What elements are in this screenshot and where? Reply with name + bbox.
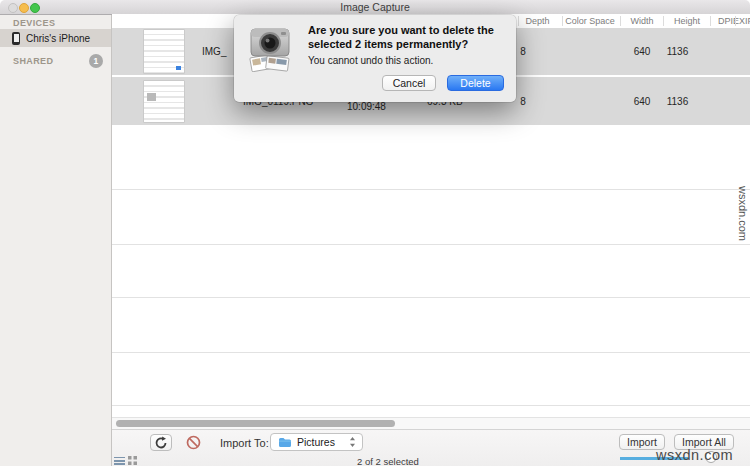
destination-popup[interactable]: Pictures [270, 433, 363, 451]
scrollbar-thumb[interactable] [116, 420, 395, 427]
cell-width: 640 [627, 77, 657, 125]
row-separator [112, 352, 750, 353]
image-capture-window: Image Capture DEVICES Chris's iPhone SHA… [0, 0, 750, 466]
column-divider [663, 16, 664, 26]
grid-view-icon[interactable] [128, 456, 137, 465]
column-header-depth[interactable]: Depth [512, 16, 563, 26]
watermark-text: wsxdn.com [656, 447, 733, 463]
bottom-toolbar: Import To: Pictures Import Import All 2 … [112, 429, 750, 466]
image-capture-camera-icon [248, 26, 292, 72]
column-divider [735, 16, 736, 26]
dialog-body-text: You cannot undo this action. [308, 55, 433, 66]
popup-chevrons-icon [349, 436, 356, 448]
cell-depth: 8 [515, 77, 531, 125]
delete-confirmation-dialog: Are you sure you want to delete the sele… [234, 15, 516, 102]
delete-button[interactable] [186, 435, 201, 454]
column-header-color-space[interactable]: Color Space [557, 16, 623, 26]
rotate-left-icon [154, 436, 168, 450]
sidebar-item-chriss-iphone[interactable]: Chris's iPhone [0, 29, 111, 47]
shared-section-label: SHARED 1 [13, 56, 111, 66]
destination-value: Pictures [297, 436, 335, 448]
watermark-side-text: wsxdn.com [737, 186, 749, 241]
list-view-icon[interactable] [114, 457, 125, 465]
block-delete-icon [186, 435, 201, 450]
cell-height: 1136 [662, 28, 693, 75]
row-separator [112, 297, 750, 298]
window-title: Image Capture [0, 1, 750, 13]
device-name-label: Chris's iPhone [26, 33, 90, 44]
cell-height: 1136 [662, 77, 693, 125]
photo-thumbnail [144, 30, 184, 73]
cell-depth: 8 [515, 28, 531, 75]
titlebar: Image Capture [0, 0, 750, 15]
cell-width: 640 [627, 28, 657, 75]
column-divider [710, 16, 711, 26]
column-divider [620, 16, 621, 26]
row-separator [112, 244, 750, 245]
row-separator [112, 189, 750, 190]
rotate-button[interactable] [150, 434, 172, 451]
iphone-icon [12, 32, 20, 45]
cancel-button[interactable]: Cancel [382, 75, 436, 91]
selection-status: 2 of 2 selected [330, 456, 446, 466]
folder-icon [278, 437, 292, 448]
column-header-width[interactable]: Width [617, 16, 667, 26]
shared-label: SHARED [13, 56, 53, 66]
shared-count-badge: 1 [89, 54, 103, 68]
column-divider [562, 16, 563, 26]
row-separator [112, 405, 750, 406]
photo-thumbnail [144, 81, 184, 122]
column-divider [518, 16, 519, 26]
import-to-label: Import To: [220, 437, 269, 449]
dialog-title-line2: selected 2 items permanently? [308, 38, 468, 50]
sidebar: DEVICES Chris's iPhone SHARED 1 [0, 15, 112, 466]
devices-section-label: DEVICES [13, 18, 55, 28]
delete-confirm-button[interactable]: Delete [447, 75, 504, 91]
column-header-exif[interactable]: EXIF [718, 16, 750, 26]
dialog-title-line1: Are you sure you want to delete the [308, 24, 494, 36]
